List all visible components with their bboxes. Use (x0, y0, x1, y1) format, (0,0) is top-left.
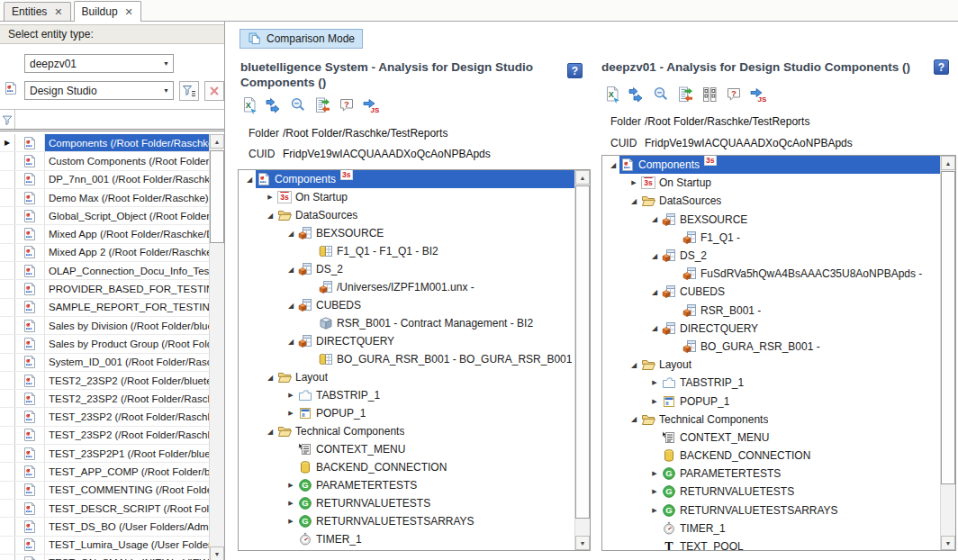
tree-row[interactable]: ▶3sOn Startup (602, 174, 940, 192)
entity-list-scrollbar[interactable]: ▲ ▼ (209, 134, 224, 560)
forward-arrows-icon[interactable] (265, 96, 283, 114)
entity-row[interactable]: OLAP_Connection_Docu_Info_Test (/ (0, 262, 224, 280)
entity-row[interactable]: TEST_23SP2 (/Root Folder/Raschke/D (0, 408, 224, 426)
tree-row[interactable]: ▶GRETURNVALUETESTS (239, 494, 574, 512)
entity-row[interactable]: Mixed App 2 (/Root Folder/Raschke/D (0, 244, 224, 262)
entity-row[interactable]: TEST_DS_BO (/User Folders/Administ (0, 518, 224, 536)
tree-row[interactable]: ◢Layout (602, 356, 940, 374)
scroll-up-icon[interactable]: ▲ (575, 170, 590, 185)
entity-row[interactable]: TEST2_23SP2 (/Root Folder/bluetellig (0, 372, 224, 390)
collapse-icon[interactable]: ◢ (628, 415, 640, 423)
entity-row[interactable]: TEST_DESCR_SCRIPT (/Root Folder/R (0, 500, 224, 518)
clear-filter-button[interactable] (204, 81, 224, 101)
expand-icon[interactable]: ▶ (285, 392, 297, 399)
help-icon[interactable]: ? (934, 59, 949, 75)
entity-row[interactable]: System_ID_001 (/Root Folder/Raschk (0, 354, 224, 372)
tree-row[interactable]: ◢CUBEDS (239, 296, 574, 314)
tree-row[interactable]: TIMER_1 (239, 530, 574, 548)
tree-row[interactable]: CONTEXT_MENU (602, 429, 940, 447)
entity-row[interactable]: TEST_Lumira_Usage (/User Folders/A (0, 537, 224, 555)
collapse-icon[interactable]: ◢ (243, 176, 256, 184)
expand-icon[interactable]: ▶ (285, 410, 297, 417)
tree-row[interactable]: ◢DIRECTQUERY (239, 332, 574, 350)
tree-row[interactable]: ◢Technical Components (602, 411, 940, 429)
scrollbar-thumb[interactable] (210, 150, 224, 243)
tree-row[interactable]: ▶TABSTRIP_1 (239, 386, 574, 404)
entity-row[interactable]: TEST_23SP2P1 (/Root Folder/bluetelli (0, 445, 224, 463)
expand-icon[interactable]: ▶ (285, 482, 297, 489)
tree-row[interactable]: BACKEND_CONNECTION (602, 447, 940, 465)
scrollbar-thumb[interactable] (575, 185, 590, 519)
tree-row[interactable]: ◢DIRECTQUERY (602, 320, 940, 338)
entity-row[interactable]: PROVIDER_BASED_FOR_TESTING (/R (0, 280, 224, 298)
collapse-icon[interactable]: ◢ (285, 302, 297, 310)
scroll-down-icon[interactable]: ▼ (941, 536, 955, 550)
zoom-out-icon[interactable] (289, 96, 307, 114)
tree-row[interactable]: FuSdRVa5hQwA4BsAAAC35U8AoNPBApds - (602, 265, 940, 283)
system-dropdown[interactable]: deepzv01 ▼ (24, 54, 174, 73)
tree-row[interactable]: ◢CUBEDS (602, 283, 940, 301)
close-icon[interactable]: ✕ (125, 7, 133, 17)
entity-row[interactable]: Sales by Product Group (/Root Folder (0, 335, 224, 353)
tree-row[interactable]: /Universes/IZPF1M001.unx - (239, 278, 574, 296)
compare-grid-icon[interactable] (700, 86, 718, 104)
tree-row[interactable]: RSR_B001 - (602, 302, 940, 320)
tree-row[interactable]: ▶POPUP_1 (602, 392, 940, 410)
tree-row[interactable]: ▶TABSTRIP_1 (602, 374, 940, 392)
tree-row[interactable]: TIMER_1 (602, 519, 940, 537)
tree-row[interactable]: RSR_B001 - Contract Management - BI2 (239, 314, 574, 332)
collapse-icon[interactable]: ◢ (628, 361, 640, 369)
entity-row[interactable]: TEST_23SP2 (/Root Folder/Raschke/L (0, 427, 224, 445)
entity-row[interactable]: TEST2_23SP2 (/Root Folder/Raschke, (0, 390, 224, 408)
doc-sync-icon[interactable] (676, 86, 694, 104)
expand-icon[interactable]: ▶ (648, 379, 661, 386)
scroll-up-icon[interactable]: ▲ (210, 134, 224, 149)
right-tree-scrollbar[interactable]: ▲ ▼ (940, 156, 955, 550)
collapse-icon[interactable]: ◢ (264, 212, 276, 220)
js-export-icon[interactable]: JS (749, 86, 767, 104)
tree-row[interactable]: F1_Q1 - F1_Q1 - BI2 (239, 242, 574, 260)
entity-type-dropdown[interactable]: Design Studio ▼ (24, 81, 174, 100)
collapse-icon[interactable]: ◢ (607, 161, 619, 169)
tree-row[interactable]: BACKEND_CONNECTION (239, 458, 574, 476)
expand-icon[interactable]: ▶ (648, 398, 661, 405)
entity-row[interactable]: TEST_APP_COMP (/Root Folder/bluet (0, 463, 224, 481)
tree-row[interactable]: ▶GRETURNVALUETESTSARRAYS (239, 512, 574, 530)
entity-row[interactable]: Custom Components (/Root Folder/Ra (0, 152, 224, 170)
tree-row[interactable]: ▶POPUP_1 (239, 404, 574, 422)
expand-icon[interactable]: ▶ (648, 488, 661, 495)
entity-row[interactable]: Mixed App (/Root Folder/Raschke/De (0, 225, 224, 243)
entity-row[interactable]: TEST_ON_SMALL_INITIAL_VIEW (/Ro (0, 555, 224, 560)
comparison-mode-button[interactable]: Comparison Mode (240, 29, 363, 49)
collapse-icon[interactable]: ◢ (285, 266, 297, 274)
tree-row[interactable]: ◢Layout (239, 368, 574, 386)
collapse-icon[interactable]: ◢ (648, 252, 661, 260)
tree-row[interactable]: ▶GPARAMETERTESTS (239, 476, 574, 494)
expand-icon[interactable]: ▶ (628, 179, 640, 186)
forward-arrows-icon[interactable] (628, 86, 646, 104)
collapse-icon[interactable]: ◢ (648, 288, 661, 296)
tree-row[interactable]: ◢Technical Components (239, 422, 574, 440)
tree-row[interactable]: F1_Q1 - (602, 229, 940, 247)
scroll-down-icon[interactable]: ▼ (210, 546, 224, 560)
tree-row[interactable]: ◢DataSources (602, 192, 940, 210)
tree-row[interactable]: ▶GPARAMETERTESTS (602, 465, 940, 483)
scrollbar-thumb[interactable] (941, 171, 955, 484)
tree-row[interactable]: ◢Components3s (602, 156, 940, 174)
tab-buildup[interactable]: Buildup ✕ (74, 1, 141, 22)
entity-row[interactable]: Sales by Division (/Root Folder/bluete (0, 317, 224, 335)
scroll-down-icon[interactable]: ▼ (575, 536, 590, 550)
collapse-icon[interactable]: ◢ (648, 215, 661, 223)
expand-icon[interactable]: ▶ (264, 194, 276, 201)
entity-row[interactable]: Global_Script_Object (/Root Folder/R (0, 207, 224, 225)
collapse-icon[interactable]: ◢ (264, 374, 276, 382)
tree-row[interactable]: ▶GRETURNVALUETESTS (602, 483, 940, 501)
tree-row[interactable]: ▶GRETURNVALUETESTSARRAYS (602, 501, 940, 519)
zoom-out-icon[interactable] (652, 86, 670, 104)
tree-row[interactable]: ◢BEXSOURCE (239, 224, 574, 242)
tree-row[interactable]: ◢Components3s (239, 170, 574, 188)
expand-icon[interactable]: ▶ (285, 518, 297, 525)
excel-export-icon[interactable]: X (240, 96, 258, 114)
expand-icon[interactable]: ▶ (285, 500, 297, 507)
tree-row[interactable]: CONTEXT_MENU (239, 440, 574, 458)
